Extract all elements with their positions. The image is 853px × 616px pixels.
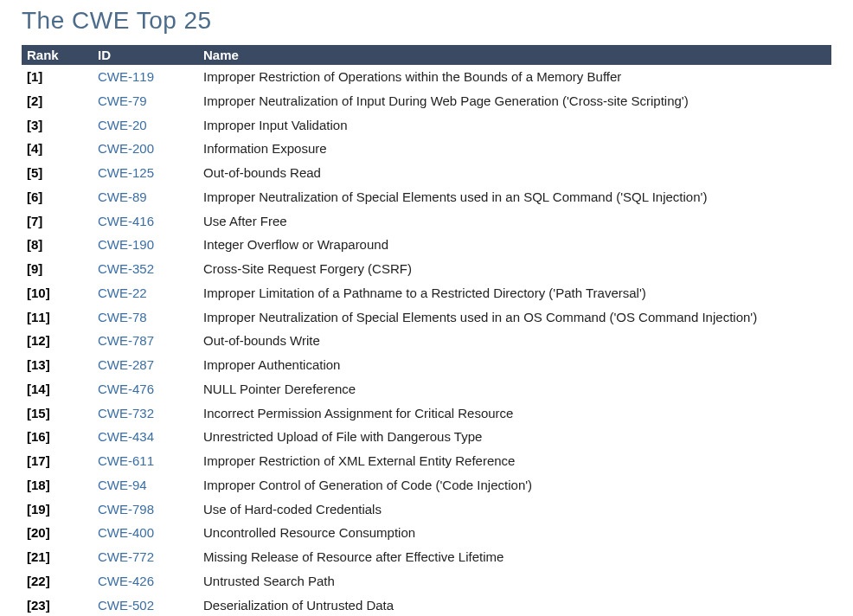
id-cell: CWE-434 <box>93 425 198 449</box>
id-cell: CWE-20 <box>93 113 198 138</box>
name-cell: Improper Neutralization of Input During … <box>198 89 831 113</box>
rank-cell: [19] <box>22 497 93 522</box>
id-cell: CWE-798 <box>93 497 198 522</box>
table-row: [7]CWE-416Use After Free <box>22 209 831 234</box>
rank-cell: [8] <box>22 233 93 257</box>
rank-cell: [20] <box>22 521 93 545</box>
cwe-link[interactable]: CWE-416 <box>98 214 154 228</box>
name-cell: Improper Input Validation <box>198 113 831 138</box>
rank-cell: [1] <box>22 65 93 89</box>
rank-cell: [5] <box>22 161 93 185</box>
cwe-link[interactable]: CWE-426 <box>98 574 154 588</box>
rank-cell: [3] <box>22 113 93 138</box>
table-row: [14]CWE-476NULL Pointer Dereference <box>22 377 831 401</box>
cwe-link[interactable]: CWE-22 <box>98 286 147 300</box>
cwe-link[interactable]: CWE-200 <box>98 141 154 156</box>
table-row: [8]CWE-190Integer Overflow or Wraparound <box>22 233 831 257</box>
cwe-top25-table: Rank ID Name [1]CWE-119Improper Restrict… <box>22 45 831 616</box>
cwe-link[interactable]: CWE-400 <box>98 525 154 540</box>
table-row: [9]CWE-352Cross-Site Request Forgery (CS… <box>22 257 831 281</box>
id-cell: CWE-22 <box>93 281 198 305</box>
table-row: [21]CWE-772Missing Release of Resource a… <box>22 545 831 569</box>
rank-cell: [10] <box>22 281 93 305</box>
rank-cell: [7] <box>22 209 93 234</box>
rank-cell: [6] <box>22 185 93 209</box>
table-row: [10]CWE-22Improper Limitation of a Pathn… <box>22 281 831 305</box>
table-row: [15]CWE-732Incorrect Permission Assignme… <box>22 401 831 426</box>
table-row: [17]CWE-611Improper Restriction of XML E… <box>22 449 831 473</box>
rank-cell: [2] <box>22 89 93 113</box>
id-cell: CWE-200 <box>93 137 198 161</box>
name-cell: Unrestricted Upload of File with Dangero… <box>198 425 831 449</box>
id-cell: CWE-190 <box>93 233 198 257</box>
name-cell: Missing Release of Resource after Effect… <box>198 545 831 569</box>
id-cell: CWE-89 <box>93 185 198 209</box>
name-cell: Incorrect Permission Assignment for Crit… <box>198 401 831 426</box>
table-row: [19]CWE-798Use of Hard-coded Credentials <box>22 497 831 522</box>
id-cell: CWE-352 <box>93 257 198 281</box>
cwe-link[interactable]: CWE-434 <box>98 429 154 444</box>
table-row: [20]CWE-400Uncontrolled Resource Consump… <box>22 521 831 545</box>
name-cell: Use of Hard-coded Credentials <box>198 497 831 522</box>
name-cell: Out-of-bounds Read <box>198 161 831 185</box>
cwe-link[interactable]: CWE-787 <box>98 333 154 348</box>
rank-cell: [14] <box>22 377 93 401</box>
rank-cell: [15] <box>22 401 93 426</box>
id-cell: CWE-611 <box>93 449 198 473</box>
cwe-link[interactable]: CWE-772 <box>98 549 154 564</box>
table-row: [12]CWE-787Out-of-bounds Write <box>22 329 831 353</box>
name-cell: Out-of-bounds Write <box>198 329 831 353</box>
name-cell: Improper Control of Generation of Code (… <box>198 473 831 497</box>
id-cell: CWE-79 <box>93 89 198 113</box>
cwe-link[interactable]: CWE-78 <box>98 310 147 324</box>
cwe-link[interactable]: CWE-79 <box>98 93 147 108</box>
name-cell: NULL Pointer Dereference <box>198 377 831 401</box>
table-row: [3]CWE-20Improper Input Validation <box>22 113 831 138</box>
table-row: [11]CWE-78Improper Neutralization of Spe… <box>22 305 831 330</box>
cwe-link[interactable]: CWE-611 <box>98 453 154 468</box>
rank-cell: [13] <box>22 353 93 377</box>
name-cell: Untrusted Search Path <box>198 569 831 594</box>
page-title: The CWE Top 25 <box>22 7 831 35</box>
id-cell: CWE-502 <box>93 594 198 617</box>
name-cell: Information Exposure <box>198 137 831 161</box>
cwe-link[interactable]: CWE-287 <box>98 357 154 372</box>
cwe-link[interactable]: CWE-502 <box>98 598 154 613</box>
name-cell: Use After Free <box>198 209 831 234</box>
table-row: [22]CWE-426Untrusted Search Path <box>22 569 831 594</box>
id-cell: CWE-78 <box>93 305 198 330</box>
name-cell: Improper Limitation of a Pathname to a R… <box>198 281 831 305</box>
cwe-link[interactable]: CWE-20 <box>98 118 147 132</box>
rank-cell: [21] <box>22 545 93 569</box>
table-row: [4]CWE-200Information Exposure <box>22 137 831 161</box>
cwe-link[interactable]: CWE-94 <box>98 478 147 492</box>
rank-cell: [4] <box>22 137 93 161</box>
cwe-link[interactable]: CWE-190 <box>98 237 154 252</box>
id-cell: CWE-732 <box>93 401 198 426</box>
id-cell: CWE-476 <box>93 377 198 401</box>
cwe-link[interactable]: CWE-732 <box>98 406 154 420</box>
table-row: [13]CWE-287Improper Authentication <box>22 353 831 377</box>
id-cell: CWE-125 <box>93 161 198 185</box>
id-cell: CWE-416 <box>93 209 198 234</box>
cwe-link[interactable]: CWE-89 <box>98 189 147 204</box>
id-cell: CWE-119 <box>93 65 198 89</box>
name-cell: Cross-Site Request Forgery (CSRF) <box>198 257 831 281</box>
id-cell: CWE-787 <box>93 329 198 353</box>
table-row: [16]CWE-434Unrestricted Upload of File w… <box>22 425 831 449</box>
rank-cell: [22] <box>22 569 93 594</box>
name-cell: Integer Overflow or Wraparound <box>198 233 831 257</box>
header-rank: Rank <box>22 45 93 65</box>
rank-cell: [12] <box>22 329 93 353</box>
cwe-link[interactable]: CWE-125 <box>98 165 154 180</box>
cwe-link[interactable]: CWE-352 <box>98 261 154 276</box>
rank-cell: [17] <box>22 449 93 473</box>
name-cell: Improper Restriction of XML External Ent… <box>198 449 831 473</box>
id-cell: CWE-772 <box>93 545 198 569</box>
name-cell: Improper Neutralization of Special Eleme… <box>198 185 831 209</box>
name-cell: Uncontrolled Resource Consumption <box>198 521 831 545</box>
cwe-link[interactable]: CWE-476 <box>98 382 154 396</box>
cwe-link[interactable]: CWE-798 <box>98 502 154 517</box>
table-row: [1]CWE-119Improper Restriction of Operat… <box>22 65 831 89</box>
cwe-link[interactable]: CWE-119 <box>98 69 154 84</box>
